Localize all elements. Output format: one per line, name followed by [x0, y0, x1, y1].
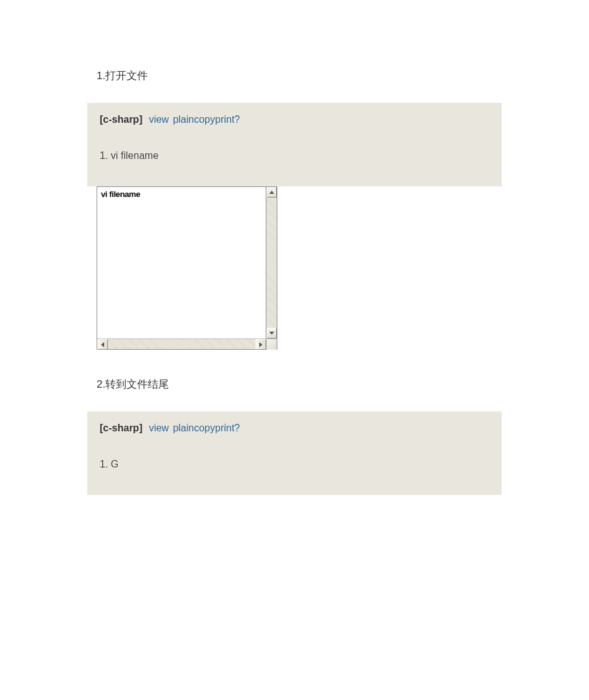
plaincopyprint-link-2[interactable]: plaincopyprint? [173, 423, 240, 433]
section-title-1: 1.打开文件 [97, 69, 492, 83]
code-block-1: [c-sharp] view plaincopyprint? 1. vi fil… [87, 103, 502, 186]
code-line-1: 1. vi filename [100, 150, 489, 161]
scroll-right-button[interactable] [256, 339, 266, 350]
code-content-1: vi filename [111, 150, 158, 161]
chevron-down-icon [269, 332, 274, 335]
chevron-right-icon [259, 342, 262, 347]
scrollbar-corner [266, 339, 277, 350]
scroll-down-button[interactable] [267, 328, 277, 338]
code-line-number-1: 1. [100, 150, 108, 161]
scroll-up-button[interactable] [267, 187, 277, 198]
scroll-main: vi filename [97, 187, 277, 338]
vertical-scrollbar[interactable] [266, 187, 277, 338]
code-line-2: 1. G [100, 459, 489, 470]
vertical-scroll-track[interactable] [267, 198, 277, 328]
section-title-2: 2.转到文件结尾 [97, 377, 492, 391]
code-header-1: [c-sharp] view plaincopyprint? [100, 114, 489, 125]
code-line-number-2: 1. [100, 459, 108, 469]
document-page: 1.打开文件 [c-sharp] view plaincopyprint? 1.… [0, 0, 589, 520]
section-2: 2.转到文件结尾 [c-sharp] view plaincopyprint? … [97, 377, 492, 495]
code-content-2: G [111, 459, 118, 469]
textarea-text: vi filename [101, 189, 140, 199]
chevron-left-icon [101, 342, 104, 347]
horizontal-scrollbar[interactable] [97, 338, 277, 349]
code-header-2: [c-sharp] view plaincopyprint? [100, 423, 489, 434]
plaincopyprint-link-1[interactable]: plaincopyprint? [173, 114, 240, 125]
textarea-box: vi filename [97, 186, 277, 350]
lang-label-1: [c-sharp] [100, 114, 142, 125]
hscroll-row [97, 339, 266, 349]
scroll-left-button[interactable] [97, 339, 108, 350]
chevron-up-icon [269, 191, 274, 194]
textarea-content[interactable]: vi filename [97, 187, 266, 338]
view-link-1[interactable]: view [149, 114, 169, 125]
lang-label-2: [c-sharp] [100, 423, 142, 433]
section-1: 1.打开文件 [c-sharp] view plaincopyprint? 1.… [97, 69, 492, 350]
scroll-box-container: vi filename [97, 186, 492, 350]
code-block-2: [c-sharp] view plaincopyprint? 1. G [87, 411, 502, 495]
horizontal-scroll-track[interactable] [108, 339, 256, 349]
view-link-2[interactable]: view [149, 423, 169, 433]
